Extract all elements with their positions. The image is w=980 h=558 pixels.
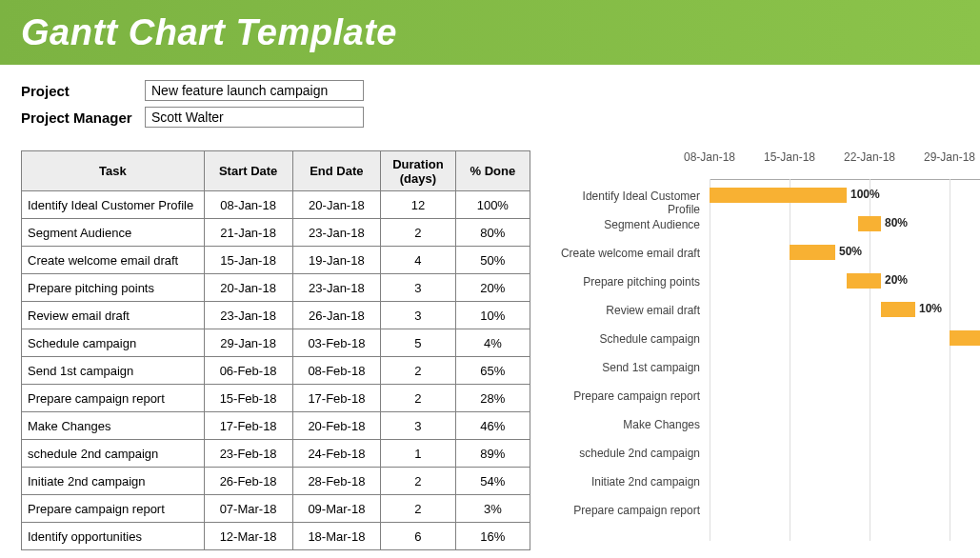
- cell-task[interactable]: Prepare pitching points: [22, 274, 205, 302]
- cell-end[interactable]: 26-Jan-18: [292, 302, 381, 329]
- manager-label: Project Manager: [21, 110, 145, 126]
- chart-row: Create welcome email draft50%: [548, 241, 980, 269]
- cell-task[interactable]: Identify Ideal Customer Profile: [22, 191, 205, 219]
- cell-done[interactable]: 16%: [455, 523, 530, 550]
- table-row[interactable]: Prepare campaign report07-Mar-1809-Mar-1…: [22, 495, 530, 523]
- cell-done[interactable]: 65%: [455, 357, 530, 385]
- cell-done[interactable]: 20%: [455, 274, 530, 302]
- cell-start[interactable]: 20-Jan-18: [204, 274, 292, 302]
- cell-done[interactable]: 100%: [455, 191, 530, 219]
- chart-row: Schedule campaign: [548, 327, 980, 355]
- gantt-bar[interactable]: [710, 188, 847, 203]
- table-row[interactable]: Prepare campaign report15-Feb-1817-Feb-1…: [22, 385, 530, 412]
- cell-duration[interactable]: 2: [381, 219, 455, 247]
- cell-task[interactable]: Identify opportunities: [22, 523, 205, 550]
- cell-start[interactable]: 12-Mar-18: [204, 523, 292, 550]
- cell-end[interactable]: 23-Jan-18: [292, 219, 381, 247]
- cell-start[interactable]: 08-Jan-18: [204, 191, 292, 219]
- cell-done[interactable]: 50%: [455, 247, 530, 274]
- cell-duration[interactable]: 4: [381, 247, 455, 274]
- cell-end[interactable]: 23-Jan-18: [292, 274, 381, 302]
- chart-row: Initiate 2nd campaign: [548, 469, 980, 498]
- cell-start[interactable]: 06-Feb-18: [204, 357, 292, 385]
- cell-task[interactable]: Send 1st campaign: [22, 357, 205, 385]
- cell-start[interactable]: 15-Feb-18: [204, 385, 292, 412]
- table-row[interactable]: Initiate 2nd campaign26-Feb-1828-Feb-182…: [22, 468, 530, 495]
- table-row[interactable]: Segment Audience21-Jan-1823-Jan-18280%: [22, 219, 530, 247]
- cell-done[interactable]: 46%: [455, 412, 530, 440]
- table-row[interactable]: Identify opportunities12-Mar-1818-Mar-18…: [22, 523, 530, 550]
- cell-duration[interactable]: 6: [381, 523, 455, 550]
- cell-duration[interactable]: 3: [381, 412, 455, 440]
- chart-row-label: Create welcome email draft: [548, 247, 700, 260]
- cell-start[interactable]: 23-Feb-18: [204, 440, 292, 468]
- table-row[interactable]: schedule 2nd campaign23-Feb-1824-Feb-181…: [22, 440, 530, 468]
- table-row[interactable]: Create welcome email draft15-Jan-1819-Ja…: [22, 247, 530, 274]
- cell-end[interactable]: 20-Feb-18: [292, 412, 381, 440]
- cell-duration[interactable]: 2: [381, 495, 455, 523]
- table-row[interactable]: Review email draft23-Jan-1826-Jan-18310%: [22, 302, 530, 329]
- cell-end[interactable]: 28-Feb-18: [292, 468, 381, 495]
- cell-start[interactable]: 15-Jan-18: [204, 247, 292, 274]
- cell-done[interactable]: 10%: [455, 302, 530, 329]
- cell-end[interactable]: 24-Feb-18: [292, 440, 381, 468]
- table-row[interactable]: Identify Ideal Customer Profile08-Jan-18…: [22, 191, 530, 219]
- cell-done[interactable]: 3%: [455, 495, 530, 523]
- cell-duration[interactable]: 2: [381, 385, 455, 412]
- cell-start[interactable]: 07-Mar-18: [204, 495, 292, 523]
- gantt-bar-label: 20%: [885, 273, 908, 287]
- chart-row-label: schedule 2nd campaign: [548, 447, 700, 460]
- cell-done[interactable]: 4%: [455, 329, 530, 357]
- table-row[interactable]: Prepare pitching points20-Jan-1823-Jan-1…: [22, 274, 530, 302]
- th-task: Task: [22, 151, 205, 191]
- cell-task[interactable]: Make Changes: [22, 412, 205, 440]
- gantt-bar[interactable]: [950, 330, 980, 346]
- axis-line: [710, 179, 980, 180]
- project-input[interactable]: [145, 80, 364, 101]
- cell-task[interactable]: Prepare campaign report: [22, 495, 205, 523]
- chart-rows: Identify Ideal Customer Profile100%Segme…: [548, 184, 980, 527]
- cell-end[interactable]: 19-Jan-18: [292, 247, 381, 274]
- cell-task[interactable]: Create welcome email draft: [22, 247, 205, 274]
- cell-end[interactable]: 18-Mar-18: [292, 523, 381, 550]
- chart-row-label: Send 1st campaign: [548, 361, 700, 374]
- cell-task[interactable]: Initiate 2nd campaign: [22, 468, 205, 495]
- cell-start[interactable]: 26-Feb-18: [204, 468, 292, 495]
- gantt-bar[interactable]: [790, 245, 835, 260]
- gantt-bar[interactable]: [881, 302, 915, 317]
- table-row[interactable]: Make Changes17-Feb-1820-Feb-18346%: [22, 412, 530, 440]
- cell-done[interactable]: 89%: [455, 440, 530, 468]
- cell-duration[interactable]: 2: [381, 357, 455, 385]
- gantt-bar[interactable]: [847, 273, 881, 289]
- gantt-bar-label: 50%: [839, 245, 862, 258]
- cell-task[interactable]: Prepare campaign report: [22, 385, 205, 412]
- cell-end[interactable]: 08-Feb-18: [292, 357, 381, 385]
- cell-task[interactable]: schedule 2nd campaign: [22, 440, 205, 468]
- cell-duration[interactable]: 1: [381, 440, 455, 468]
- table-header-row: Task Start Date End Date Duration (days)…: [22, 151, 530, 191]
- cell-task[interactable]: Segment Audience: [22, 219, 205, 247]
- cell-end[interactable]: 03-Feb-18: [292, 329, 381, 357]
- cell-start[interactable]: 17-Feb-18: [204, 412, 292, 440]
- chart-row: Prepare campaign report: [548, 498, 980, 527]
- cell-end[interactable]: 20-Jan-18: [292, 191, 381, 219]
- cell-duration[interactable]: 3: [381, 274, 455, 302]
- cell-end[interactable]: 09-Mar-18: [292, 495, 381, 523]
- cell-start[interactable]: 29-Jan-18: [204, 329, 292, 357]
- manager-input[interactable]: [145, 107, 364, 128]
- cell-task[interactable]: Schedule campaign: [22, 329, 205, 357]
- cell-done[interactable]: 28%: [455, 385, 530, 412]
- cell-duration[interactable]: 3: [381, 302, 455, 329]
- cell-start[interactable]: 23-Jan-18: [204, 302, 292, 329]
- gantt-bar[interactable]: [858, 216, 881, 231]
- cell-task[interactable]: Review email draft: [22, 302, 205, 329]
- cell-duration[interactable]: 5: [381, 329, 455, 357]
- table-row[interactable]: Schedule campaign29-Jan-1803-Feb-1854%: [22, 329, 530, 357]
- cell-done[interactable]: 54%: [455, 468, 530, 495]
- cell-start[interactable]: 21-Jan-18: [204, 219, 292, 247]
- cell-done[interactable]: 80%: [455, 219, 530, 247]
- cell-duration[interactable]: 2: [381, 468, 455, 495]
- table-row[interactable]: Send 1st campaign06-Feb-1808-Feb-18265%: [22, 357, 530, 385]
- cell-duration[interactable]: 12: [381, 191, 455, 219]
- cell-end[interactable]: 17-Feb-18: [292, 385, 381, 412]
